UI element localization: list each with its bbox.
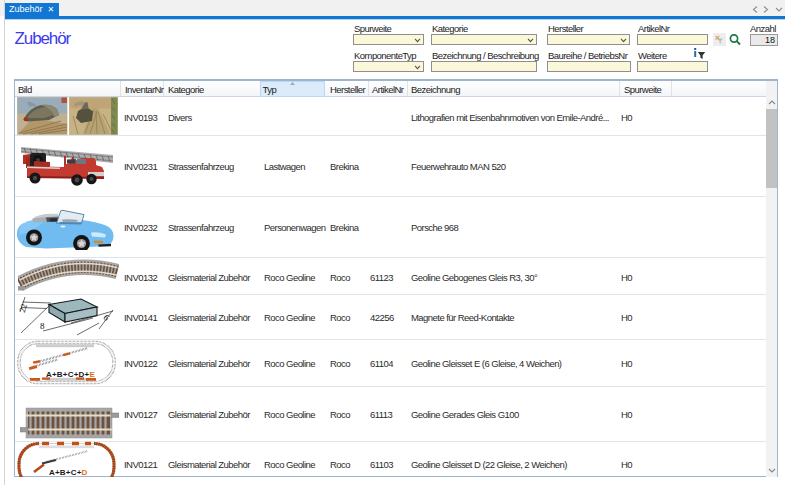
svg-text:22: 22 <box>17 302 29 313</box>
svg-text:8: 8 <box>40 321 45 331</box>
svg-text:A+B+C+D: A+B+C+D <box>49 468 88 477</box>
svg-text:A+B+C+D+E: A+B+C+D+E <box>46 370 95 379</box>
